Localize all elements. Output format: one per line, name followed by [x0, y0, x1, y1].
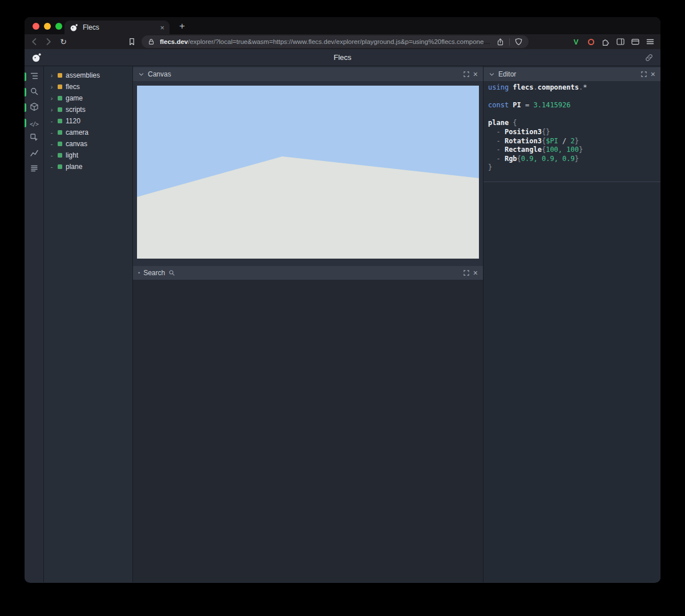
rail-item-tree[interactable]	[25, 69, 43, 84]
tree-expander-chevron-icon[interactable]: ›	[49, 84, 54, 90]
active-indicator	[25, 119, 26, 127]
canvas-panel-title: Canvas	[148, 70, 171, 78]
app-header: Flecs	[25, 49, 660, 66]
new-tab-button[interactable]: +	[175, 19, 189, 33]
tree-leaf-dash-icon: -	[49, 141, 54, 147]
tree-expander-chevron-icon[interactable]: ›	[49, 95, 54, 102]
editor-empty-area	[483, 182, 660, 582]
share-link-icon[interactable]	[644, 53, 654, 65]
code-line: - Rgb{0.9, 0.9, 0.9}	[488, 155, 660, 164]
tree-item-assemblies[interactable]: ›assemblies	[44, 70, 132, 81]
entities-icon	[30, 102, 39, 114]
tree-item-label: 1120	[66, 117, 80, 125]
entity-color-swatch	[58, 73, 62, 78]
share-icon[interactable]	[496, 38, 505, 46]
rail-item-code[interactable]: </>	[25, 115, 43, 131]
rail-item-entities[interactable]	[25, 100, 43, 115]
rail-item-logs[interactable]	[25, 162, 43, 177]
app-title: Flecs	[25, 53, 660, 62]
close-window-button[interactable]	[33, 23, 39, 30]
minimize-window-button[interactable]	[44, 23, 51, 30]
search-panel-title: Search	[143, 269, 165, 277]
tree-item-label: camera	[66, 128, 88, 136]
entity-color-swatch	[58, 84, 62, 89]
tree-item-label: canvas	[66, 140, 87, 148]
search-panel-header[interactable]: • Search ×	[133, 266, 483, 280]
rail-item-search[interactable]	[25, 84, 43, 100]
reload-button[interactable]: ↻	[59, 37, 68, 46]
tab-close-icon[interactable]: ×	[160, 24, 164, 31]
tree-item-label: plane	[66, 163, 82, 171]
tree-leaf-dash-icon: -	[49, 152, 54, 159]
record-circle-icon[interactable]	[586, 37, 595, 46]
rail-item-stats[interactable]	[25, 146, 43, 162]
code-line: using flecs.components.*	[488, 83, 660, 92]
entity-color-swatch	[58, 164, 62, 169]
forward-button[interactable]	[44, 37, 53, 46]
tree-item-canvas[interactable]: -canvas	[44, 138, 132, 150]
active-indicator	[25, 103, 26, 112]
sidebar-toggle-icon[interactable]	[616, 37, 625, 46]
logs-icon	[30, 164, 39, 175]
entity-tree: ›assemblies›flecs›game›scripts-1120-came…	[44, 66, 133, 582]
divider	[509, 38, 510, 46]
inspect-icon	[30, 133, 39, 144]
tree-item-scripts[interactable]: ›scripts	[44, 104, 132, 115]
editor-panel: Editor × using flecs.components.* const …	[483, 66, 660, 582]
code-line: }	[488, 163, 660, 172]
back-button[interactable]	[30, 37, 39, 46]
bullet-icon: •	[138, 270, 140, 276]
tree-expander-chevron-icon[interactable]: ›	[49, 73, 54, 79]
tree-item-game[interactable]: ›game	[44, 92, 132, 104]
tab-strip: Flecs × +	[25, 17, 660, 34]
tree-expander-chevron-icon[interactable]: ›	[49, 107, 54, 113]
tree-leaf-dash-icon: -	[49, 118, 54, 124]
tree-item-1120[interactable]: -1120	[44, 115, 132, 127]
wallet-icon[interactable]	[631, 37, 640, 46]
entity-color-swatch	[58, 96, 62, 100]
tree-item-camera[interactable]: -camera	[44, 127, 132, 138]
tree-icon	[30, 71, 39, 83]
tree-item-label: assemblies	[66, 71, 100, 79]
expand-icon[interactable]	[463, 269, 470, 276]
active-indicator	[25, 88, 26, 96]
editor-panel-header[interactable]: Editor ×	[483, 67, 660, 81]
expand-icon[interactable]	[463, 71, 470, 78]
editor-code[interactable]: using flecs.components.* const PI = 3.14…	[483, 83, 660, 172]
code-line: - Rectangle{100, 100}	[488, 146, 660, 155]
code-line: - Position3{}	[488, 128, 660, 137]
code-line	[488, 92, 660, 102]
tree-leaf-dash-icon: -	[49, 130, 54, 136]
url-path: /explorer/?local=true&wasm=https://www.f…	[188, 38, 491, 45]
chevron-down-icon[interactable]	[489, 71, 495, 78]
maximize-window-button[interactable]	[55, 23, 62, 30]
url-domain: flecs.dev	[160, 38, 188, 45]
bookmark-icon[interactable]	[127, 37, 136, 46]
menu-icon[interactable]	[646, 37, 655, 46]
tree-item-light[interactable]: -light	[44, 150, 132, 161]
browser-toolbar: ↻ flecs.dev/explorer/?local=true&wasm=ht…	[25, 34, 660, 49]
extension-v-icon[interactable]: V	[571, 37, 581, 46]
tree-item-plane[interactable]: -plane	[44, 161, 132, 172]
chevron-down-icon[interactable]	[138, 71, 144, 78]
canvas-panel-header[interactable]: Canvas ×	[133, 67, 483, 81]
extensions-puzzle-icon[interactable]	[601, 37, 610, 46]
shield-icon[interactable]	[514, 38, 523, 46]
search-icon	[30, 87, 39, 98]
close-icon[interactable]: ×	[651, 70, 655, 78]
browser-tab[interactable]: Flecs ×	[65, 21, 170, 34]
canvas-3d-view[interactable]	[137, 86, 479, 259]
tree-item-label: light	[66, 151, 78, 159]
close-icon[interactable]: ×	[473, 70, 478, 78]
expand-icon[interactable]	[640, 71, 647, 78]
browser-window: Flecs × + ↻ flecs.dev/explorer/?local=tr…	[25, 17, 660, 583]
entity-color-swatch	[58, 107, 62, 112]
rail-item-inspect[interactable]	[25, 131, 43, 146]
entity-color-swatch	[58, 153, 62, 158]
center-column: Canvas × •	[133, 66, 483, 582]
address-bar[interactable]: flecs.dev/explorer/?local=true&wasm=http…	[142, 35, 529, 48]
flecs-favicon	[70, 23, 78, 32]
close-icon[interactable]: ×	[473, 269, 478, 277]
magnifier-icon	[168, 269, 175, 276]
tree-item-flecs[interactable]: ›flecs	[44, 81, 132, 92]
